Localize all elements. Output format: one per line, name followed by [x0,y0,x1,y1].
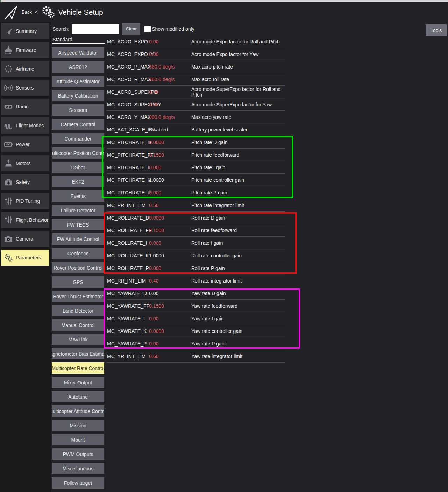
param-description: Pitch rate integrator limit [191,202,285,208]
sidebar-item-firmware[interactable]: Firmware [1,42,49,58]
param-row-mc-acro-y-max[interactable]: MC_ACRO_Y_MAX900.0 deg/sMax acro yaw rat… [107,111,285,123]
param-row-mc-pitchrate-i[interactable]: MC_PITCHRATE_I0.000Pitch rate I gain [107,161,285,174]
sidebar-item-label: Power [16,142,30,147]
param-row-mc-rollrate-ff[interactable]: MC_ROLLRATE_FF0.1500Roll rate feedforwar… [107,224,285,237]
category-multicopter-position-control[interactable]: Multicopter Position Control [52,147,104,159]
param-value: 0.40 [149,278,191,284]
param-row-mc-yawrate-k[interactable]: MC_YAWRATE_K0.0000Yaw rate controller ga… [107,325,285,337]
param-name: MC_YAWRATE_P [107,341,149,347]
category-ekf2[interactable]: EKF2 [52,176,104,187]
clear-button[interactable]: Clear [122,23,140,35]
sidebar-item-label: PID Tuning [16,198,40,204]
param-row-mc-pitchrate-k[interactable]: MC_PITCHRATE_K1.0000Pitch rate controlle… [107,174,285,186]
category-mavlink[interactable]: MAVLink [52,334,104,345]
sidebar-item-power[interactable]: Power [1,136,49,152]
category-land-detector[interactable]: Land Detector [52,305,104,316]
category-airspeed-validator[interactable]: Airspeed Validator [52,47,104,58]
main-panel: Search: Clear Show modified only Tools S… [51,22,448,492]
sidebar-item-pid-tuning[interactable]: PID Tuning [1,193,49,209]
param-row-mc-pitchrate-ff[interactable]: MC_PITCHRATE_FF0.1500Pitch rate feedforw… [107,149,285,161]
param-row-mc-rollrate-d[interactable]: MC_ROLLRATE_D0.0000Roll rate D gain [107,212,285,224]
category-mission[interactable]: Mission [52,420,104,431]
param-row-mc-pr-int-lim[interactable]: MC_PR_INT_LIM0.50Pitch rate integrator l… [107,199,285,212]
param-row-mc-acro-supexpo[interactable]: MC_ACRO_SUPEXPO0.00Acro mode SuperExpo f… [107,86,285,98]
param-value: 0.00 [149,89,191,95]
category-magnetometer-bias-estimator[interactable]: Magnetometer Bias Estimator [52,348,104,359]
sidebar-item-motors[interactable]: Motors [1,155,49,171]
category-multicopter-attitude-control[interactable]: Multicopter Attitude Control [52,405,104,417]
category-failure-detector[interactable]: Failure Detector [52,205,104,216]
show-modified-checkbox[interactable] [144,26,151,32]
workspace: Standard Airspeed ValidatorASR012Attitud… [51,35,448,491]
category-camera-control[interactable]: Camera Control [52,119,104,130]
category-mixer-output[interactable]: Mixer Output [52,377,104,388]
param-row-mc-yr-int-lim[interactable]: MC_YR_INT_LIM0.60Yaw rate integrator lim… [107,350,285,363]
category-geofence[interactable]: Geofence [52,248,104,259]
sidebar-item-airframe[interactable]: Airframe [1,61,49,77]
param-description: Yaw rate feedforward [191,303,285,309]
param-name: MC_ACRO_SUPEXPO [107,89,149,95]
tools-button[interactable]: Tools [426,24,447,36]
category-pwm-outputs[interactable]: PWM Outputs [52,448,104,460]
category-miscellaneous[interactable]: Miscellaneous [52,463,104,474]
param-value: 900.0 deg/s [149,114,191,120]
param-description: Battery power level scaler [191,127,285,133]
back-button[interactable]: Back [22,9,32,15]
sidebar-item-parameters[interactable]: Parameters [1,250,49,266]
category-gps[interactable]: GPS [52,276,104,288]
category-asr012[interactable]: ASR012 [52,61,104,73]
category-fw-tecs[interactable]: FW TECS [52,219,104,230]
category-mount[interactable]: Mount [52,434,104,445]
param-name: MC_YAWRATE_FF [107,303,149,309]
category-commander[interactable]: Commander [52,133,104,144]
param-row-mc-rollrate-k[interactable]: MC_ROLLRATE_K1.0000Roll rate controller … [107,249,285,262]
param-row-mc-acro-supexpoy[interactable]: MC_ACRO_SUPEXPOY0.00Acro mode SuperExpo … [107,98,285,111]
sidebar-item-camera[interactable]: Camera [1,231,49,247]
category-fw-attitude-control[interactable]: FW Attitude Control [52,233,104,245]
param-row-mc-yawrate-p[interactable]: MC_YAWRATE_P0.00Yaw rate P gain [107,337,285,350]
param-row-mc-rollrate-p[interactable]: MC_ROLLRATE_P0.000Roll rate P gain [107,262,285,274]
content: SummaryFirmwareAirframeSensorsRadioFligh… [0,22,448,492]
param-row-mc-yawrate-i[interactable]: MC_YAWRATE_I0.00Yaw rate I gain [107,312,285,325]
param-name: MC_PITCHRATE_I [107,165,149,170]
param-row-mc-pitchrate-d[interactable]: MC_PITCHRATE_D0.0000Pitch rate D gain [107,136,285,149]
category-multicopter-rate-control[interactable]: Multicopter Rate Control [52,362,104,374]
category-hover-thrust-estimator[interactable]: Hover Thrust Estimator [52,291,104,302]
category-sensors[interactable]: Sensors [52,104,104,116]
sidebar-item-summary[interactable]: Summary [1,23,49,39]
sidebar-item-label: Airframe [16,66,34,72]
sidebar-item-radio[interactable]: Radio [1,99,49,115]
param-description: Yaw rate integrator limit [191,354,285,359]
category-events[interactable]: Events [52,190,104,202]
param-row-mc-bat-scale-en[interactable]: MC_BAT_SCALE_ENDisabledBattery power lev… [107,123,285,136]
category-manual-control[interactable]: Manual Control [52,319,104,331]
param-row-mc-yawrate-ff[interactable]: MC_YAWRATE_FF0.1500Yaw rate feedforward [107,300,285,312]
category-battery-calibration[interactable]: Battery Calibration [52,90,104,101]
param-description: Yaw rate controller gain [191,328,285,334]
firmware-icon [1,45,16,55]
param-description: Roll rate P gain [191,265,285,271]
param-row-mc-acro-expo[interactable]: MC_ACRO_EXPO0.00Acro mode Expo factor fo… [107,35,285,48]
param-row-mc-rollrate-i[interactable]: MC_ROLLRATE_I0.000Roll rate I gain [107,237,285,249]
category-rover-position-control[interactable]: Rover Position Control [52,262,104,273]
category-attitude-q-estimator[interactable]: Attitude Q estimator [52,76,104,87]
sidebar-item-label: Flight Behavior [16,217,48,223]
param-name: MC_ROLLRATE_P [107,265,149,271]
param-row-mc-rr-int-lim[interactable]: MC_RR_INT_LIM0.40Roll rate integrator li… [107,274,285,287]
param-row-mc-yawrate-d[interactable]: MC_YAWRATE_D0.00Yaw rate D gain [107,287,285,300]
param-name: MC_ACRO_EXPO [107,39,149,44]
param-row-mc-acro-expo-y[interactable]: MC_ACRO_EXPO_Y0.00Acro mode Expo factor … [107,48,285,60]
category-follow-target[interactable]: Follow target [52,477,104,489]
param-name: MC_ACRO_Y_MAX [107,114,149,120]
sidebar-item-flight-behavior[interactable]: Flight Behavior [1,212,49,228]
sidebar-item-safety[interactable]: Safety [1,174,49,190]
sidebar-item-sensors[interactable]: Sensors [1,80,49,96]
param-row-mc-acro-r-max[interactable]: MC_ACRO_R_MAX360.0 deg/sMax acro roll ra… [107,73,285,86]
param-row-mc-acro-p-max[interactable]: MC_ACRO_P_MAX360.0 deg/sMax acro pitch r… [107,60,285,73]
category-autotune[interactable]: Autotune [52,391,104,402]
param-row-mc-pitchrate-p[interactable]: MC_PITCHRATE_P0.000Pitch rate P gain [107,186,285,199]
param-name: MC_PR_INT_LIM [107,202,149,208]
sidebar-item-flight-modes[interactable]: Flight Modes [1,117,49,134]
category-dshot[interactable]: DShot [52,162,104,173]
search-input[interactable] [72,24,119,34]
